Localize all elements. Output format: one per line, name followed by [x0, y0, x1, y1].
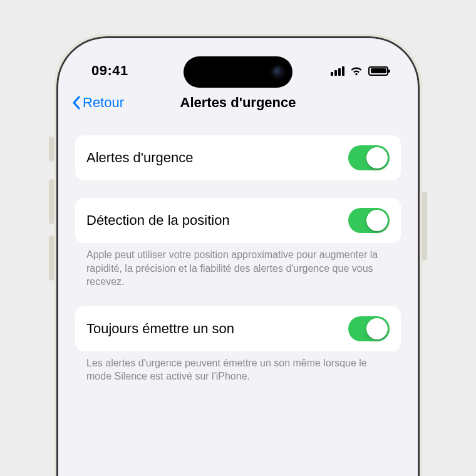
toggle-always-play-sound[interactable] [348, 316, 390, 341]
wifi-icon [349, 66, 363, 76]
back-button[interactable]: Retour [71, 95, 124, 111]
toggle-emergency-alerts[interactable] [348, 145, 390, 170]
front-camera [272, 66, 284, 78]
row-location-detection[interactable]: Détection de la position [75, 198, 401, 243]
cellular-signal-icon [331, 66, 344, 76]
row-always-play-sound[interactable]: Toujours émettre un son [75, 306, 401, 351]
row-emergency-alerts[interactable]: Alertes d'urgence [75, 135, 401, 180]
chevron-left-icon [71, 95, 81, 110]
status-time: 09:41 [91, 63, 128, 79]
status-right [331, 66, 388, 76]
row-sound-footer: Les alertes d'urgence peuvent émettre un… [75, 351, 401, 383]
phone-frame: 09:41 [54, 34, 422, 476]
row-label: Détection de la position [86, 212, 230, 229]
back-label: Retour [83, 95, 124, 111]
row-location-footer: Apple peut utiliser votre position appro… [75, 243, 401, 289]
volume-up-button [49, 179, 54, 224]
screen: 09:41 [63, 43, 413, 476]
dynamic-island [184, 56, 292, 88]
battery-icon [368, 66, 388, 76]
toggle-location-detection[interactable] [348, 208, 390, 233]
settings-content: Alertes d'urgence Détection de la positi… [63, 118, 413, 383]
nav-header: Retour Alertes d'urgence [63, 88, 413, 118]
volume-down-button [49, 235, 54, 281]
row-label: Alertes d'urgence [86, 150, 194, 166]
power-button [422, 192, 427, 261]
screenshot-stage: 09:41 [0, 0, 476, 476]
row-label: Toujours émettre un son [86, 321, 234, 337]
mute-switch [49, 137, 54, 162]
